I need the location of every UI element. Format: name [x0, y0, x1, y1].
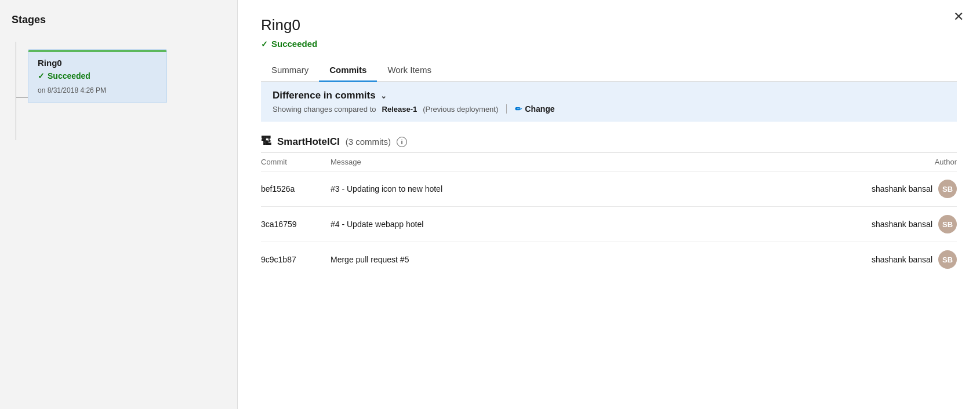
close-button[interactable]: ✕: [953, 10, 964, 23]
commit-id: bef1526a: [261, 171, 331, 207]
left-panel: Stages Ring0 ✓ Succeeded on 8/31/2018 4:…: [0, 0, 238, 409]
author-name: shashank bansal: [872, 255, 932, 264]
commit-message: #3 - Updating icon to new hotel: [331, 171, 806, 207]
table-row: 3ca16759 #4 - Update webapp hotel shasha…: [261, 207, 957, 242]
col-header-author: Author: [806, 153, 957, 171]
commit-author-cell: shashank bansal SB: [806, 207, 957, 242]
tab-work-items[interactable]: Work Items: [377, 59, 442, 82]
info-icon[interactable]: i: [397, 137, 407, 147]
author-name: shashank bansal: [872, 184, 932, 193]
diff-header: Difference in commits ⌄: [273, 90, 945, 101]
repo-icon: 🏗: [261, 136, 271, 148]
release-note: (Previous deployment): [423, 105, 498, 114]
author-name: shashank bansal: [872, 220, 932, 229]
ring-title: Ring0: [261, 16, 957, 34]
commit-author-cell: shashank bansal SB: [806, 171, 957, 207]
status-check-icon: ✓: [261, 39, 268, 49]
table-row: bef1526a #3 - Updating icon to new hotel…: [261, 171, 957, 207]
avatar: SB: [938, 250, 957, 269]
stage-status: ✓ Succeeded: [38, 71, 157, 81]
stages-connector-v: [16, 42, 16, 140]
commits-table: Commit Message Author bef1526a #3 - Upda…: [261, 152, 957, 277]
chevron-down-icon[interactable]: ⌄: [380, 92, 387, 100]
release-name: Release-1: [382, 105, 418, 114]
stage-name: Ring0: [38, 58, 157, 68]
col-header-commit: Commit: [261, 153, 331, 171]
diff-banner: Difference in commits ⌄ Showing changes …: [261, 82, 957, 122]
col-header-message: Message: [331, 153, 806, 171]
tab-commits[interactable]: Commits: [319, 59, 377, 82]
commit-message: #4 - Update webapp hotel: [331, 207, 806, 242]
avatar: SB: [938, 215, 957, 233]
table-row: 9c9c1b87 Merge pull request #5 shashank …: [261, 242, 957, 277]
right-panel: ✕ Ring0 ✓ Succeeded Summary Commits Work…: [238, 0, 980, 409]
repo-header: 🏗 SmartHotelCI (3 commits) i: [261, 136, 957, 148]
diff-sub: Showing changes compared to Release-1 (P…: [273, 104, 945, 114]
pencil-icon: ✏: [515, 104, 522, 114]
status-label: Succeeded: [271, 39, 317, 49]
stages-title: Stages: [12, 14, 226, 26]
stage-card[interactable]: Ring0 ✓ Succeeded on 8/31/2018 4:26 PM: [28, 49, 167, 103]
tab-summary[interactable]: Summary: [261, 59, 319, 82]
diff-header-text: Difference in commits: [273, 90, 376, 101]
diff-divider: [506, 104, 507, 114]
ring-status: ✓ Succeeded: [261, 39, 957, 49]
commits-count: (3 commits): [346, 137, 391, 147]
change-button[interactable]: ✏ Change: [515, 104, 554, 114]
repo-section: 🏗 SmartHotelCI (3 commits) i Commit Mess…: [261, 136, 957, 277]
tabs-container: Summary Commits Work Items: [261, 59, 957, 82]
commit-id: 3ca16759: [261, 207, 331, 242]
change-label: Change: [525, 104, 554, 114]
commit-id: 9c9c1b87: [261, 242, 331, 277]
commit-message: Merge pull request #5: [331, 242, 806, 277]
stage-status-label: Succeeded: [48, 71, 90, 81]
commit-author-cell: shashank bansal SB: [806, 242, 957, 277]
stage-date: on 8/31/2018 4:26 PM: [38, 86, 157, 94]
repo-name: SmartHotelCI: [277, 136, 340, 148]
check-icon: ✓: [38, 71, 45, 81]
diff-sub-text: Showing changes compared to: [273, 105, 376, 114]
avatar: SB: [938, 180, 957, 198]
